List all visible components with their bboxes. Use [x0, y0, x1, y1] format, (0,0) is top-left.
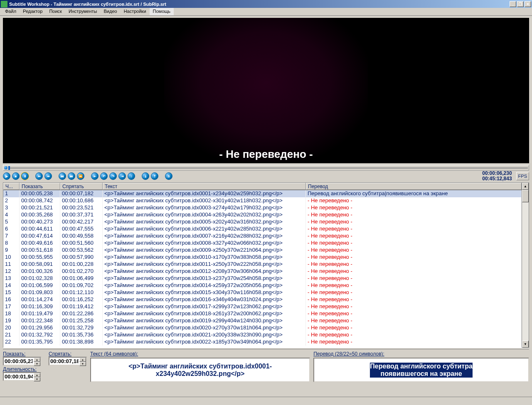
table-row[interactable]: 1200:01:00,32600:01:02,270<p>Тайминг анг… [3, 268, 522, 275]
table-row[interactable]: 800:00:49,61600:00:51,560<p>Тайминг англ… [3, 240, 522, 247]
spin-up-icon[interactable]: ▲ [34, 373, 40, 377]
menu-video[interactable]: Видео [100, 8, 120, 15]
splitter[interactable] [3, 348, 529, 349]
table-row[interactable]: 600:00:44,61100:00:47,555<p>Тайминг англ… [3, 226, 522, 233]
menu-settings[interactable]: Настройки [121, 8, 150, 15]
toolbar-button-20[interactable]: S [165, 172, 172, 180]
cell-translation: - Не переведено - [306, 317, 522, 324]
title-bar: Subtitle Workshop - Тайминг английских с… [0, 0, 532, 8]
video-subtitle-overlay: - Не переведено - [219, 148, 313, 161]
table-row[interactable]: 1500:01:09,80300:01:12,110<p>Тайминг анг… [3, 289, 522, 296]
toolbar-button-9[interactable]: ⏩ [77, 172, 84, 180]
col-text[interactable]: Текст [103, 183, 306, 190]
toolbar-button-14[interactable]: ⇥ [118, 172, 126, 180]
scroll-track[interactable] [522, 190, 529, 341]
table-row[interactable]: 1900:01:22,34800:01:25,258<p>Тайминг анг… [3, 317, 522, 324]
cell-text: <p>Тайминг английских субтитров.idx0019-… [103, 317, 306, 324]
table-row[interactable]: 1800:01:19,47900:01:22,286<p>Тайминг анг… [3, 310, 522, 317]
scroll-up-button[interactable]: ▲ [522, 183, 529, 190]
toolbar-button-5[interactable]: ➡ [44, 172, 52, 180]
duration-field[interactable] [4, 373, 34, 380]
hide-time-field[interactable] [49, 358, 79, 365]
toolbar-button-2[interactable]: ⬇ [21, 172, 29, 180]
menu-search[interactable]: Поиск [46, 8, 65, 15]
restore-button[interactable]: ❐ [517, 1, 524, 7]
video-preview[interactable]: - Не переведено - [3, 18, 529, 163]
cell-hide: 00:01:02,270 [60, 268, 103, 275]
spin-up-icon[interactable]: ▲ [79, 358, 86, 362]
toolbar-button-7[interactable]: ⏮ [59, 172, 66, 180]
cell-num: 6 [3, 226, 20, 233]
menu-file[interactable]: Файл [2, 8, 20, 15]
editor-panel: Показать: ▲▼ Спрятать: ▲▼ Длительность: … [3, 351, 529, 382]
scroll-down-button[interactable]: ▼ [522, 341, 529, 348]
seek-thumb[interactable] [8, 166, 10, 170]
spin-down-icon[interactable]: ▼ [34, 362, 40, 366]
toolbar-button-12[interactable]: ↶ [100, 172, 108, 180]
menu-help[interactable]: Помощь [150, 8, 174, 15]
table-row[interactable]: 1100:00:58,09100:01:00,228<p>Тайминг анг… [3, 261, 522, 268]
toolbar-button-15[interactable]: ↕ [128, 172, 135, 180]
menu-editor[interactable]: Редактор [20, 8, 46, 15]
show-time-field[interactable] [4, 358, 34, 365]
cell-show: 00:01:35,795 [20, 339, 60, 346]
cell-translation: - Не переведено - [306, 296, 522, 303]
cell-num: 2 [3, 197, 20, 204]
table-row[interactable]: 2200:01:35,79500:01:38,898<p>Тайминг анг… [3, 339, 522, 346]
toolbar-button-1[interactable]: ■ [12, 172, 20, 180]
status-bar [0, 397, 532, 405]
toolbar-button-8[interactable]: ⏭ [68, 172, 75, 180]
cell-show: 00:01:02,328 [20, 275, 60, 282]
toolbar-button-0[interactable]: ▶ [3, 172, 10, 180]
toolbar-button-4[interactable]: ⬅ [35, 172, 43, 180]
col-show[interactable]: Показать [20, 183, 60, 190]
spin-down-icon[interactable]: ▼ [79, 362, 86, 366]
col-num[interactable]: Ч... [3, 183, 20, 190]
table-row[interactable]: 400:00:35,26800:00:37,371<p>Тайминг англ… [3, 211, 522, 218]
text-edit-box[interactable]: <p>Тайминг английских субтитров.idx0001-… [90, 358, 310, 382]
cell-show: 00:00:49,616 [20, 240, 60, 247]
toolbar-button-17[interactable]: ⤓ [142, 172, 149, 180]
show-time-input[interactable]: ▲▼ [3, 357, 41, 366]
table-row[interactable]: 100:00:05,23800:00:07,182<p>Тайминг англ… [3, 190, 522, 197]
col-hide[interactable]: Спрятать [60, 183, 103, 190]
spin-up-icon[interactable]: ▲ [34, 358, 40, 362]
fps-indicator[interactable]: FPS [516, 172, 529, 180]
table-row[interactable]: 2000:01:29,95600:01:32,729<p>Тайминг анг… [3, 324, 522, 331]
table-row[interactable]: 1300:01:02,32800:01:06,499<p>Тайминг анг… [3, 275, 522, 282]
close-button[interactable]: ✕ [525, 1, 531, 7]
table-row[interactable]: 200:00:08,74200:00:10,686<p>Тайминг англ… [3, 197, 522, 204]
cell-text: <p>Тайминг английских субтитров.idx0022-… [103, 339, 306, 346]
translation-edit-box[interactable]: Перевод английского субтитрапоявившегося… [313, 358, 529, 382]
cell-num: 17 [3, 303, 20, 310]
table-row[interactable]: 300:00:21,52100:00:23,521<p>Тайминг англ… [3, 204, 522, 211]
toolbar-button-18[interactable]: ⤒ [151, 172, 158, 180]
seek-track[interactable] [8, 167, 528, 169]
cell-translation: - Не переведено - [306, 226, 522, 233]
cell-text: <p>Тайминг английских субтитров.idx0014-… [103, 282, 306, 289]
menu-tools[interactable]: Инструменты [65, 8, 101, 15]
table-row[interactable]: 1700:01:16,30900:01:19,412<p>Тайминг анг… [3, 303, 522, 310]
table-row[interactable]: 1400:01:06,59900:01:09,702<p>Тайминг анг… [3, 282, 522, 289]
table-row[interactable]: 700:00:47,61400:00:49,558<p>Тайминг англ… [3, 233, 522, 240]
hide-time-input[interactable]: ▲▼ [49, 357, 87, 366]
table-row[interactable]: 1600:01:14,27400:01:16,252<p>Тайминг анг… [3, 296, 522, 303]
table-row[interactable]: 1000:00:55,95500:00:57,990<p>Тайминг анг… [3, 254, 522, 261]
minimize-button[interactable]: _ [510, 1, 516, 7]
cell-num: 15 [3, 289, 20, 296]
toolbar-button-13[interactable]: ↷ [109, 172, 117, 180]
cell-num: 13 [3, 275, 20, 282]
duration-input[interactable]: ▲▼ [3, 372, 41, 381]
table-row[interactable]: 500:00:40,27300:00:42,217<p>Тайминг англ… [3, 218, 522, 226]
grid-scrollbar[interactable]: ▲ ▼ [522, 183, 529, 348]
toolbar-button-11[interactable]: ⇤ [91, 172, 99, 180]
table-row[interactable]: 900:00:51,61800:00:53,562<p>Тайминг англ… [3, 247, 522, 254]
menu-bar: Файл Редактор Поиск Инструменты Видео На… [0, 8, 532, 16]
seek-bar[interactable] [3, 165, 529, 171]
cell-text: <p>Тайминг английских субтитров.idx0004-… [103, 211, 306, 218]
col-translation[interactable]: Перевод [306, 183, 522, 190]
cell-show: 00:01:09,803 [20, 289, 60, 296]
table-row[interactable]: 2100:01:32,79200:01:35,736<p>Тайминг анг… [3, 331, 522, 339]
spin-down-icon[interactable]: ▼ [34, 377, 40, 381]
scroll-thumb[interactable] [522, 190, 529, 202]
